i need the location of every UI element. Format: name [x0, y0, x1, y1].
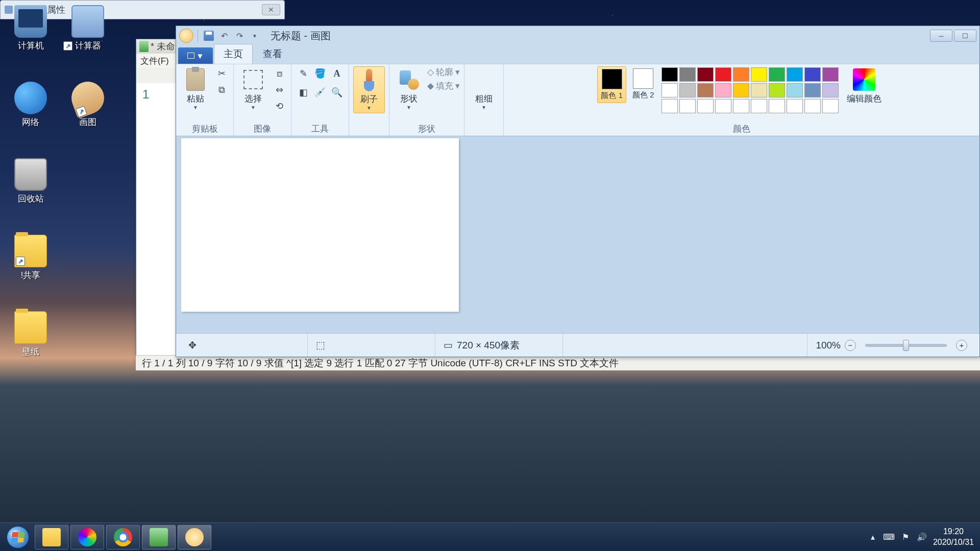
palette-color[interactable] [751, 83, 767, 97]
magnifier-tool[interactable]: 🔍 [329, 85, 345, 99]
canvas-area[interactable] [176, 136, 979, 333]
pencil-tool[interactable]: ✎ [296, 66, 311, 81]
palette-color[interactable] [769, 83, 785, 97]
palette-color[interactable] [697, 83, 714, 97]
color1-button[interactable]: 颜色 1 [597, 66, 626, 103]
cut-button[interactable]: ✂ [214, 66, 229, 81]
shape-fill-button[interactable]: ◆填充 ▾ [427, 80, 460, 92]
tray-overflow[interactable]: ▴ [868, 532, 878, 542]
eraser-tool[interactable]: ◧ [296, 85, 311, 99]
palette-color[interactable] [662, 83, 678, 97]
palette-color[interactable] [679, 67, 696, 82]
palette-color[interactable] [804, 83, 821, 97]
maximize-button[interactable]: ☐ [954, 30, 976, 42]
palette-color[interactable] [662, 67, 678, 82]
palette-color[interactable] [751, 67, 767, 82]
crop-button[interactable]: ⧈ [272, 66, 287, 81]
fill-tool[interactable]: 🪣 [312, 66, 328, 81]
desktop-icon-share[interactable]: ↗ !共享 [5, 235, 56, 281]
close-button[interactable]: ✕ [262, 4, 280, 15]
palette-color[interactable] [715, 67, 731, 82]
taskbar[interactable]: ▴ ⌨ ⚑ 🔊 19:20 2020/10/31 [0, 522, 980, 551]
canvas[interactable] [181, 138, 459, 312]
ribbon-group-clipboard: 粘贴 ▼ ✂ ⧉ 剪贴板 [176, 64, 234, 136]
redo-button[interactable]: ↷ [233, 29, 246, 42]
palette-color[interactable] [804, 67, 821, 82]
zoom-thumb[interactable] [903, 340, 909, 351]
brushes-button[interactable]: 刷子 ▼ [353, 66, 385, 113]
picker-tool[interactable]: 💉 [312, 85, 328, 99]
desktop-icon-calculator[interactable]: ↗ 计算器 [62, 5, 113, 52]
shapes-button[interactable]: 形状 ▼ [394, 66, 424, 112]
thickness-button[interactable]: 粗细 ▼ [469, 66, 499, 112]
palette-color[interactable] [733, 99, 749, 113]
edit-colors-button[interactable]: 编辑颜色 [843, 66, 886, 107]
save-button[interactable] [202, 29, 215, 42]
volume-icon[interactable]: 🔊 [917, 532, 927, 542]
taskbar-explorer[interactable] [35, 525, 68, 549]
palette-color[interactable] [804, 99, 821, 113]
taskbar-clock[interactable]: 19:20 2020/10/31 [933, 527, 974, 548]
outline-icon: ◇ [427, 67, 434, 78]
palette-color[interactable] [787, 83, 803, 97]
palette-color[interactable] [697, 67, 714, 82]
palette-color[interactable] [769, 99, 785, 113]
palette-color[interactable] [733, 67, 749, 82]
editor-icon [150, 528, 168, 546]
palette-color[interactable] [822, 83, 839, 97]
palette-color[interactable] [679, 99, 696, 113]
editor-app-icon [139, 41, 149, 52]
text-tool[interactable]: A [329, 66, 345, 81]
menu-file[interactable]: 文件(F) [140, 55, 169, 67]
taskbar-browser1[interactable] [70, 525, 104, 549]
tab-home[interactable]: 主页 [214, 44, 253, 64]
resize-button[interactable]: ⇔ [272, 83, 287, 97]
file-menu-button[interactable]: ▼ [178, 47, 213, 64]
ribbon-group-colors: 颜色 1 颜色 2 编辑颜色 颜色 [504, 64, 979, 136]
desktop-icon-network[interactable]: 网络 [5, 82, 56, 128]
crop-icon: ⧈ [277, 68, 282, 79]
color2-button[interactable]: 颜色 2 [629, 66, 657, 102]
desktop-icon-paint[interactable]: ↗ 画图 [62, 82, 113, 128]
palette-color[interactable] [697, 99, 714, 113]
desktop-icon-computer[interactable]: 计算机 [5, 5, 56, 52]
palette-color[interactable] [662, 99, 678, 113]
copy-button[interactable]: ⧉ [214, 83, 229, 97]
paste-button[interactable]: 粘贴 ▼ [180, 66, 211, 112]
input-indicator[interactable]: ⌨ [884, 532, 894, 542]
palette-color[interactable] [822, 67, 839, 82]
desktop-icon-recycle[interactable]: 回收站 [5, 158, 56, 205]
palette-color[interactable] [822, 99, 839, 113]
palette-color[interactable] [715, 83, 731, 97]
palette-color[interactable] [715, 99, 731, 113]
rotate-button[interactable]: ⟲ [272, 99, 287, 113]
select-button[interactable]: 选择 ▼ [238, 66, 268, 112]
minimize-button[interactable]: ─ [930, 30, 952, 42]
paint-titlebar[interactable]: ↶ ↷ ▼ 无标题 - 画图 ─ ☐ [176, 26, 979, 45]
qat-customize[interactable]: ▼ [248, 29, 261, 42]
rotate-icon: ⟲ [276, 101, 283, 112]
palette-color[interactable] [769, 67, 785, 82]
undo-button[interactable]: ↶ [217, 29, 231, 42]
palette-color[interactable] [679, 83, 696, 97]
zoom-slider[interactable] [865, 344, 947, 347]
taskbar-paint[interactable] [178, 525, 211, 549]
paint-window[interactable]: ↶ ↷ ▼ 无标题 - 画图 ─ ☐ ▼ 主页 查看 粘贴 ▼ ✂ ⧉ [176, 26, 980, 357]
taskbar-chrome[interactable] [106, 525, 140, 549]
shape-outline-button[interactable]: ◇轮廓 ▾ [427, 66, 460, 78]
action-center[interactable]: ⚑ [900, 532, 911, 542]
palette-color[interactable] [787, 67, 803, 82]
palette-color[interactable] [733, 83, 749, 97]
palette-color[interactable] [751, 99, 767, 113]
desktop-icon-wallpaper[interactable]: 壁纸 [5, 311, 56, 358]
zoom-in-button[interactable]: + [956, 340, 967, 351]
thickness-icon [473, 68, 495, 91]
magnifier-icon: 🔍 [331, 87, 342, 98]
taskbar-editor[interactable] [142, 525, 176, 549]
zoom-out-button[interactable]: − [845, 340, 856, 351]
shortcut-arrow-icon: ↗ [76, 106, 87, 117]
palette-color[interactable] [787, 99, 803, 113]
start-button[interactable] [2, 525, 34, 549]
icon-label: !共享 [5, 269, 56, 281]
tab-view[interactable]: 查看 [254, 44, 291, 64]
